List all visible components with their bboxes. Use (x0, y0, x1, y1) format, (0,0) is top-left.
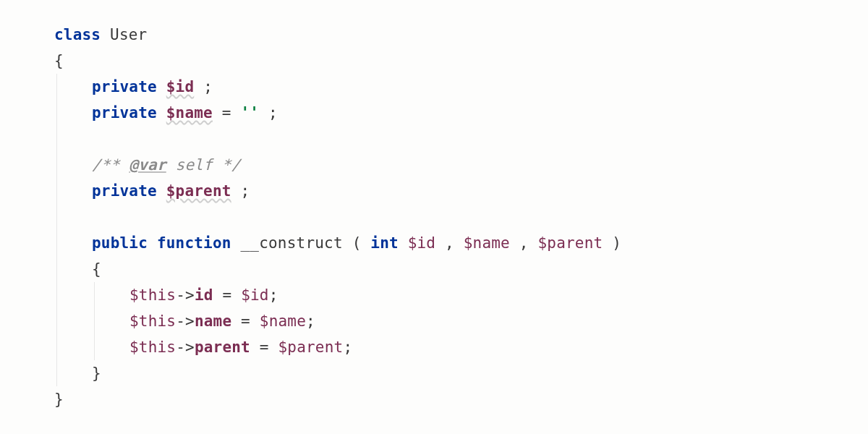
field-id: id (195, 286, 213, 304)
arrow: -> (176, 286, 195, 304)
equals: = (222, 104, 241, 122)
code-line: private $parent ; (54, 178, 868, 204)
param-id: $id (408, 234, 436, 252)
docblock-type-self: self (166, 156, 222, 174)
brace-open: { (92, 260, 101, 278)
code-line: { (54, 256, 868, 282)
code-line: $this->id = $id; (54, 282, 868, 308)
semicolon: ; (306, 312, 315, 330)
equals: = (250, 339, 278, 356)
keyword-public: public (92, 234, 148, 252)
equals: = (231, 312, 260, 330)
semicolon: ; (268, 104, 278, 122)
semicolon: ; (269, 286, 278, 304)
code-line: /** @var self */ (54, 152, 868, 178)
property-parent: $parent (166, 182, 231, 200)
docblock-close: */ (222, 156, 241, 174)
property-name: $name (166, 104, 213, 122)
ref-id: $id (241, 286, 269, 304)
code-line-blank (54, 204, 868, 230)
comma: , (445, 234, 464, 252)
code-line: $this->parent = $parent; (54, 334, 868, 360)
this: $this (129, 339, 176, 356)
keyword-class: class (54, 26, 101, 43)
brace-close: } (54, 391, 64, 408)
keyword-private: private (92, 104, 157, 122)
param-name: $name (464, 234, 510, 252)
equals: = (213, 286, 242, 304)
class-name: User (110, 26, 147, 43)
code-line: private $name = '' ; (54, 100, 868, 126)
semicolon: ; (203, 78, 213, 95)
ref-name: $name (260, 312, 306, 330)
code-line: } (54, 360, 868, 386)
docblock-tag-var: @var (129, 156, 166, 174)
string-empty: '' (241, 104, 260, 122)
keyword-function: function (157, 234, 231, 252)
paren-close: ) (612, 234, 621, 252)
field-parent: parent (195, 339, 250, 356)
semicolon: ; (241, 182, 250, 200)
brace-close: } (92, 365, 101, 382)
code-editor[interactable]: class User { private $id ; private $name… (0, 0, 868, 412)
keyword-private: private (92, 182, 157, 200)
code-line: { (54, 48, 868, 74)
code-line: class User (54, 22, 868, 48)
docblock-open: /** (92, 156, 129, 174)
this: $this (129, 312, 176, 330)
ref-parent: $parent (278, 339, 344, 356)
function-name-construct: __construct (241, 234, 343, 252)
code-line: private $id ; (54, 74, 868, 100)
param-parent: $parent (538, 234, 603, 252)
arrow: -> (176, 312, 195, 330)
type-int: int (370, 234, 399, 252)
code-line: $this->name = $name; (54, 308, 868, 334)
this: $this (129, 286, 176, 304)
comma: , (519, 234, 538, 252)
semicolon: ; (343, 339, 352, 356)
brace-open: { (54, 52, 64, 69)
code-line-blank (54, 126, 868, 152)
field-name: name (195, 312, 231, 330)
keyword-private: private (92, 78, 157, 95)
arrow: -> (176, 339, 195, 356)
property-id: $id (166, 78, 195, 95)
paren-open: ( (352, 234, 362, 252)
code-line: public function __construct ( int $id , … (54, 230, 868, 256)
code-line: } (54, 386, 868, 412)
